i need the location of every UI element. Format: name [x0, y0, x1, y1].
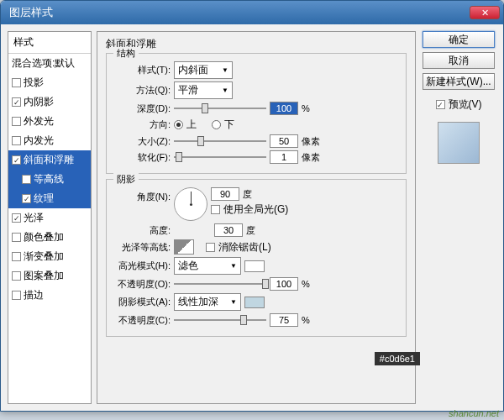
- depth-slider[interactable]: [174, 102, 266, 114]
- sidebar-checkbox[interactable]: [22, 194, 31, 203]
- sidebar-item-10[interactable]: 渐变叠加: [8, 247, 91, 266]
- sidebar-checkbox[interactable]: [12, 155, 21, 165]
- angle-input[interactable]: [211, 187, 239, 201]
- structure-legend: 结构: [113, 47, 139, 60]
- antialias-label: 消除锯齿(L): [218, 240, 271, 255]
- right-panel: 确定 取消 新建样式(W)... 预览(V): [421, 31, 496, 404]
- style-label: 样式(T):: [115, 64, 171, 76]
- sidebar-item-label: 外发光: [24, 114, 54, 129]
- antialias-checkbox[interactable]: [206, 243, 215, 252]
- cancel-button[interactable]: 取消: [423, 52, 495, 69]
- sidebar-checkbox[interactable]: [12, 97, 21, 107]
- sidebar-item-1[interactable]: 投影: [8, 73, 91, 92]
- soften-label: 软化(F):: [115, 151, 171, 164]
- sidebar-checkbox[interactable]: [12, 117, 21, 126]
- chevron-down-icon: ▼: [230, 262, 237, 270]
- sidebar-item-12[interactable]: 描边: [8, 286, 91, 305]
- altitude-input[interactable]: [214, 223, 243, 237]
- sidebar-item-label: 内阴影: [24, 95, 54, 109]
- altitude-label: 高度:: [115, 224, 171, 237]
- size-label: 大小(Z):: [115, 135, 171, 148]
- sidebar-item-label: 斜面和浮雕: [24, 153, 74, 167]
- depth-unit: %: [302, 103, 310, 113]
- sidebar-item-label: 投影: [24, 76, 44, 90]
- sidebar-item-label: 图案叠加: [24, 269, 64, 283]
- sidebar-item-4[interactable]: 内发光: [8, 131, 91, 150]
- depth-label: 深度(D):: [115, 102, 171, 115]
- highlight-opacity-input[interactable]: [270, 277, 298, 291]
- angle-control[interactable]: [174, 187, 207, 221]
- global-light-checkbox[interactable]: [211, 205, 220, 214]
- gloss-label: 光泽等高线:: [115, 241, 171, 254]
- highlight-mode-select[interactable]: 滤色▼: [174, 257, 241, 275]
- chevron-down-icon: ▼: [230, 298, 237, 306]
- sidebar-item-5[interactable]: 斜面和浮雕: [8, 150, 91, 170]
- sidebar-checkbox[interactable]: [12, 136, 21, 145]
- preview-label: 预览(V): [449, 97, 482, 112]
- sidebar-item-label: 纹理: [34, 192, 54, 206]
- sidebar-item-0[interactable]: 混合选项:默认: [8, 54, 91, 73]
- close-button[interactable]: ✕: [470, 6, 500, 19]
- method-label: 方法(Q):: [115, 84, 171, 97]
- sidebar-item-label: 混合选项:默认: [12, 56, 75, 71]
- sidebar-checkbox[interactable]: [12, 252, 21, 261]
- shadow-opacity-input[interactable]: [270, 313, 298, 327]
- opacity2-label: 不透明度(C):: [115, 314, 171, 327]
- direction-down-radio[interactable]: [212, 120, 221, 129]
- soften-input[interactable]: [270, 150, 298, 164]
- soften-unit: 像素: [302, 151, 320, 164]
- sidebar-item-2[interactable]: 内阴影: [8, 92, 91, 112]
- sidebar-item-8[interactable]: 光泽: [8, 208, 91, 228]
- size-input[interactable]: [270, 134, 298, 148]
- color-tooltip: #c0d6e1: [375, 352, 420, 365]
- chevron-down-icon: ▼: [222, 66, 228, 74]
- angle-label: 角度(N):: [115, 187, 171, 203]
- highlight-mode-label: 高光模式(H):: [115, 260, 171, 272]
- sidebar-item-3[interactable]: 外发光: [8, 112, 91, 131]
- titlebar[interactable]: 图层样式 ✕: [1, 1, 503, 24]
- shadow-opacity-slider[interactable]: [174, 314, 266, 326]
- sidebar-item-label: 颜色叠加: [24, 230, 64, 244]
- sidebar-item-11[interactable]: 图案叠加: [8, 266, 91, 286]
- sidebar-checkbox[interactable]: [12, 78, 21, 87]
- sidebar-checkbox[interactable]: [12, 271, 21, 281]
- sidebar-checkbox[interactable]: [12, 233, 21, 242]
- soften-slider[interactable]: [174, 151, 266, 163]
- sidebar-item-label: 等高线: [34, 172, 64, 186]
- preview-checkbox[interactable]: [436, 100, 445, 109]
- altitude-unit: 度: [246, 224, 255, 237]
- direction-label: 方向:: [115, 118, 171, 131]
- sidebar-item-label: 描边: [24, 288, 44, 302]
- shading-legend: 阴影: [113, 173, 139, 186]
- chevron-down-icon: ▼: [222, 87, 228, 94]
- size-unit: 像素: [302, 135, 320, 148]
- style-select[interactable]: 内斜面▼: [174, 61, 233, 79]
- opacity1-label: 不透明度(O):: [115, 278, 171, 291]
- sidebar-checkbox[interactable]: [12, 213, 21, 223]
- highlight-opacity-slider[interactable]: [174, 278, 266, 290]
- direction-up-radio[interactable]: [174, 120, 183, 129]
- angle-unit: 度: [243, 188, 252, 201]
- ok-button[interactable]: 确定: [423, 31, 495, 48]
- watermark: shancun.net: [449, 408, 499, 418]
- shadow-color-swatch[interactable]: [244, 297, 265, 308]
- shadow-mode-select[interactable]: 线性加深▼: [174, 293, 241, 311]
- shadow-mode-label: 阴影模式(A):: [115, 296, 171, 308]
- sidebar-item-label: 光泽: [24, 211, 44, 225]
- gloss-contour-picker[interactable]: [174, 239, 194, 255]
- depth-input[interactable]: [270, 102, 298, 115]
- sidebar-checkbox[interactable]: [12, 291, 21, 300]
- sidebar-checkbox[interactable]: [22, 175, 31, 184]
- sidebar-item-6[interactable]: 等高线: [8, 170, 91, 189]
- structure-group: 结构 样式(T): 内斜面▼ 方法(Q): 平滑▼ 深度(D): % 方向:: [106, 53, 407, 174]
- styles-sidebar: 样式 混合选项:默认投影内阴影外发光内发光斜面和浮雕等高线纹理光泽颜色叠加渐变叠…: [8, 31, 92, 404]
- highlight-color-swatch[interactable]: [244, 260, 265, 272]
- size-slider[interactable]: [174, 135, 266, 147]
- down-label: 下: [224, 118, 234, 132]
- method-select[interactable]: 平滑▼: [174, 81, 233, 99]
- sidebar-item-9[interactable]: 颜色叠加: [8, 228, 91, 247]
- sidebar-item-label: 渐变叠加: [24, 249, 64, 264]
- new-style-button[interactable]: 新建样式(W)...: [423, 73, 495, 90]
- sidebar-item-7[interactable]: 纹理: [8, 189, 91, 208]
- dialog-body: 样式 混合选项:默认投影内阴影外发光内发光斜面和浮雕等高线纹理光泽颜色叠加渐变叠…: [1, 24, 503, 411]
